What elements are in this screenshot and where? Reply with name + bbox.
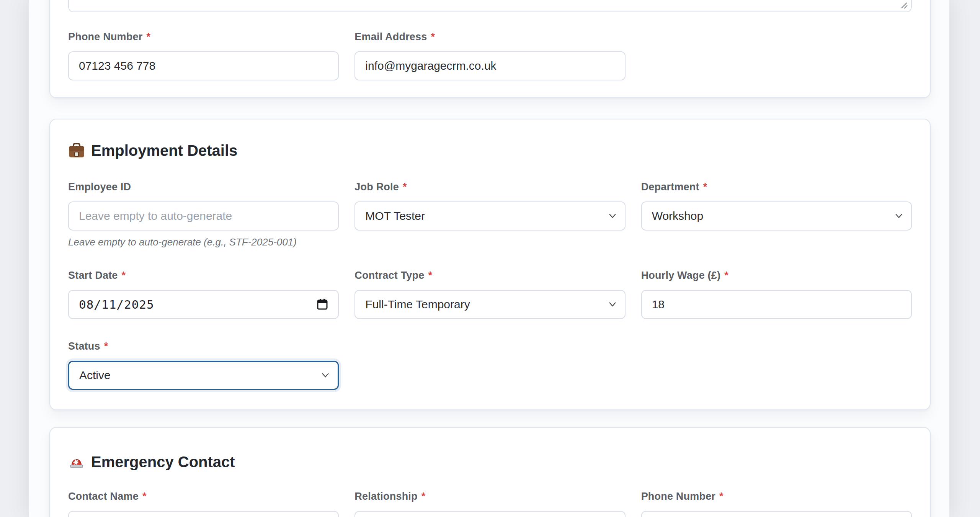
notes-textarea[interactable]	[68, 0, 912, 12]
contract-type-select[interactable]: Full-Time Temporary	[354, 290, 625, 319]
required-asterisk: *	[431, 31, 435, 43]
emergency-phone-label: Phone Number*	[641, 490, 912, 503]
relationship-input[interactable]	[354, 511, 625, 517]
required-asterisk: *	[142, 491, 147, 502]
employee-id-input[interactable]	[68, 201, 339, 231]
hourly-wage-label: Hourly Wage (£)*	[641, 269, 912, 282]
employment-details-heading: Employment Details	[68, 141, 912, 160]
email-field-group: Email Address*	[354, 31, 625, 80]
required-asterisk: *	[104, 340, 108, 352]
phone-number-input[interactable]	[68, 51, 339, 80]
employee-id-label: Employee ID	[68, 181, 339, 193]
contract-type-field-group: Contract Type* Full-Time Temporary	[354, 269, 625, 319]
required-asterisk: *	[428, 270, 432, 281]
start-date-field-group: Start Date* 08/11/2025	[68, 269, 339, 319]
phone-number-label: Phone Number*	[68, 31, 339, 43]
status-select[interactable]: Active	[68, 361, 339, 390]
form-page: Phone Number* Email Address* Employment …	[29, 0, 949, 517]
employee-id-field-group: Employee ID Leave empty to auto-generate…	[68, 181, 339, 248]
resize-handle-icon[interactable]	[899, 0, 908, 10]
job-role-field-group: Job Role* MOT Tester	[354, 181, 625, 231]
department-label: Department*	[641, 181, 912, 193]
siren-icon	[68, 453, 85, 470]
email-label: Email Address*	[354, 31, 625, 43]
employment-details-card: Employment Details Employee ID Leave emp…	[49, 119, 931, 410]
hourly-wage-field-group: Hourly Wage (£)*	[641, 269, 912, 319]
email-input[interactable]	[354, 51, 625, 80]
contact-name-field-group: Contact Name*	[68, 490, 339, 517]
briefcase-icon	[68, 142, 85, 159]
emergency-phone-field-group: Phone Number*	[641, 490, 912, 517]
required-asterisk: *	[122, 270, 126, 281]
contract-type-label: Contract Type*	[354, 269, 625, 282]
job-role-label: Job Role*	[354, 181, 625, 193]
emergency-contact-heading: Emergency Contact	[68, 453, 912, 471]
phone-number-field-group: Phone Number*	[68, 31, 339, 80]
emergency-phone-input[interactable]	[641, 511, 912, 517]
chevron-down-icon	[609, 302, 616, 307]
chevron-down-icon	[895, 213, 903, 219]
job-role-select[interactable]: MOT Tester	[354, 201, 625, 231]
contact-details-card: Phone Number* Email Address*	[49, 0, 931, 98]
department-select[interactable]: Workshop	[641, 201, 912, 231]
emergency-contact-card: Emergency Contact Contact Name* Relation…	[49, 427, 931, 517]
required-asterisk: *	[421, 491, 426, 502]
contact-name-label: Contact Name*	[68, 490, 339, 503]
required-asterisk: *	[703, 181, 707, 193]
relationship-field-group: Relationship*	[354, 490, 625, 517]
hourly-wage-input[interactable]	[641, 290, 912, 319]
status-field-group: Status* Active	[68, 340, 339, 390]
employee-id-helper-text: Leave empty to auto-generate (e.g., STF-…	[68, 236, 339, 248]
required-asterisk: *	[403, 181, 407, 193]
required-asterisk: *	[719, 491, 724, 502]
calendar-icon[interactable]	[316, 298, 329, 311]
status-label: Status*	[68, 340, 339, 353]
start-date-input[interactable]: 08/11/2025	[68, 290, 339, 319]
relationship-label: Relationship*	[354, 490, 625, 503]
required-asterisk: *	[146, 31, 150, 43]
start-date-label: Start Date*	[68, 269, 339, 282]
chevron-down-icon	[322, 373, 329, 378]
contact-name-input[interactable]	[68, 511, 339, 517]
department-field-group: Department* Workshop	[641, 181, 912, 231]
chevron-down-icon	[609, 213, 616, 219]
required-asterisk: *	[724, 270, 728, 281]
